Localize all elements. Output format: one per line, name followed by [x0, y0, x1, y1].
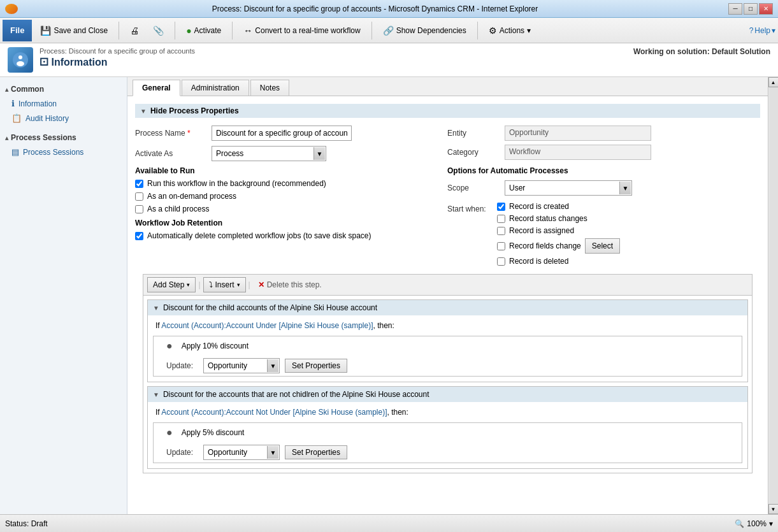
insert-button[interactable]: ⤵ Insert ▾	[203, 277, 246, 292]
print-button[interactable]: 🖨	[124, 20, 145, 41]
sidebar-section-process-sessions[interactable]: ▴ Process Sessions	[0, 131, 127, 145]
record-created-checkbox[interactable]	[497, 203, 505, 211]
page-title: ⚀ Information	[40, 56, 195, 68]
scroll-up-button[interactable]: ▲	[768, 77, 779, 87]
ribbon-separator-5	[477, 22, 478, 40]
tab-administration[interactable]: Administration	[182, 80, 249, 96]
process-name-input[interactable]	[212, 126, 352, 141]
save-button[interactable]: 💾 Save and Close	[34, 20, 113, 41]
activate-button[interactable]: ● Activate	[180, 20, 227, 41]
help-button[interactable]: ? Help ▾	[749, 26, 775, 35]
sidebar-item-information-label: Information	[18, 99, 57, 108]
information-icon: ℹ	[11, 99, 15, 108]
step-1-bullet-icon: ●	[166, 340, 173, 352]
save-icon: 💾	[40, 25, 51, 36]
tab-general[interactable]: General	[133, 80, 180, 96]
actions-icon: ⚙	[489, 25, 497, 36]
step-1-update-select[interactable]: Opportunity	[203, 358, 280, 373]
show-dependencies-button[interactable]: 🔗 Show Dependencies	[377, 20, 472, 41]
on-demand-checkbox[interactable]	[135, 192, 143, 201]
steps-toolbar: Add Step ▾ | ⤵ Insert ▾ | ✕	[143, 275, 752, 296]
save-and-close-label: Save and Close	[54, 26, 108, 35]
step-1-action-text: Apply 10% discount	[178, 339, 729, 353]
title-bar-buttons[interactable]: ─ □ ✕	[728, 3, 773, 15]
step-1-body: If Account (Account):Account Under [Alpi…	[148, 315, 747, 382]
delete-step-button[interactable]: ✕ Delete this step.	[253, 278, 327, 291]
add-step-button[interactable]: Add Step ▾	[147, 277, 196, 292]
minimize-button[interactable]: ─	[728, 3, 742, 15]
form-right-panel: Entity Opportunity Category Workflow Opt…	[447, 126, 760, 269]
section-header-process-properties[interactable]: ▼ Hide Process Properties	[135, 104, 760, 118]
tab-notes[interactable]: Notes	[250, 80, 289, 96]
show-deps-icon: 🔗	[383, 25, 394, 36]
record-deleted-checkbox[interactable]	[497, 257, 505, 266]
background-workflow-checkbox[interactable]	[135, 180, 143, 188]
convert-icon: ↔	[243, 25, 252, 36]
page-header: Process: Discount for a specific group o…	[0, 43, 778, 77]
process-sessions-arrow-icon: ▴	[5, 134, 8, 141]
actions-arrow-icon: ▾	[527, 26, 531, 35]
auto-delete-checkbox[interactable]	[135, 232, 143, 240]
step-2-condition: If Account (Account):Account Not Under […	[150, 405, 745, 420]
scope-select[interactable]: User	[505, 180, 632, 196]
step-2-set-properties-button[interactable]: Set Properties	[285, 445, 347, 459]
step-1-condition-link[interactable]: Account (Account):Account Under [Alpine …	[161, 321, 373, 330]
step-2-action-text: Apply 5% discount	[178, 426, 729, 440]
step-2-header: ▼ Discount for the accounts that are not…	[148, 387, 747, 402]
add-step-arrow-icon: ▾	[187, 282, 190, 288]
actions-button[interactable]: ⚙ Actions ▾	[483, 20, 537, 41]
title-bar-text: Process: Discount for a specific group o…	[22, 4, 728, 13]
help-label: Help	[754, 26, 770, 35]
record-assigned-checkbox[interactable]	[497, 227, 505, 235]
convert-button[interactable]: ↔ Convert to a real-time workflow	[238, 20, 366, 41]
restore-button[interactable]: □	[744, 3, 758, 15]
options-title: Options for Automatic Processes	[447, 166, 760, 175]
insert-label: Insert	[215, 280, 234, 289]
help-icon: ?	[749, 26, 754, 35]
record-fields-change-checkbox[interactable]	[497, 242, 505, 250]
background-workflow-label: Run this workflow in the background (rec…	[147, 179, 326, 188]
required-marker: *	[187, 129, 191, 138]
scope-row: Scope User ▼	[447, 180, 760, 196]
step-2-update-select[interactable]: Opportunity	[203, 445, 280, 460]
ribbon-separator-3	[232, 22, 233, 40]
record-assigned-label: Record is assigned	[509, 226, 574, 235]
record-deleted-label: Record is deleted	[509, 257, 568, 266]
insert-icon: ⤵	[209, 280, 213, 289]
step-1-set-properties-button[interactable]: Set Properties	[285, 359, 347, 373]
step-1-collapse-icon[interactable]: ▼	[153, 305, 159, 312]
close-button[interactable]: ✕	[759, 3, 773, 15]
activate-as-select[interactable]: Process	[212, 146, 326, 161]
record-status-changes-checkbox[interactable]	[497, 215, 505, 223]
select-button[interactable]: Select	[585, 238, 620, 254]
sidebar-item-process-sessions[interactable]: ▤ Process Sessions	[0, 145, 127, 159]
attach-button[interactable]: 📎	[147, 20, 169, 41]
sidebar-section-common[interactable]: ▴ Common	[0, 82, 127, 96]
file-button[interactable]: File	[3, 20, 32, 41]
common-arrow-icon: ▴	[5, 86, 8, 93]
process-sessions-icon: ▤	[11, 147, 19, 157]
common-label: Common	[11, 85, 44, 94]
step-1-header-text: Discount for the child accounts of the A…	[163, 303, 377, 312]
zoom-control[interactable]: 🔍 100% ▾	[735, 519, 773, 528]
right-scrollbar: ▲ ▼	[768, 77, 778, 514]
page-header-text: Process: Discount for a specific group o…	[40, 47, 195, 68]
step-2-condition-post: , then:	[387, 408, 408, 417]
breadcrumb: Process: Discount for a specific group o…	[40, 47, 195, 55]
step-1-condition: If Account (Account):Account Under [Alpi…	[150, 318, 745, 333]
scroll-down-button[interactable]: ▼	[768, 504, 779, 514]
scope-label: Scope	[447, 183, 505, 192]
start-when-fields-change: Record fields change Select	[497, 238, 620, 254]
form-left-panel: Process Name * Activate As Process	[135, 126, 422, 269]
step-2-condition-link[interactable]: Account (Account):Account Not Under [Alp…	[161, 408, 387, 417]
sidebar-item-audit-history[interactable]: 📋 Audit History	[0, 111, 127, 126]
attach-icon: 📎	[153, 25, 164, 36]
start-when-assigned: Record is assigned	[497, 226, 620, 235]
scroll-track[interactable]	[769, 87, 778, 504]
auto-delete-label: Automatically delete completed workflow …	[147, 231, 371, 240]
start-when-checkboxes: Record is created Record status changes	[497, 202, 620, 269]
step-2-collapse-icon[interactable]: ▼	[153, 391, 159, 398]
child-process-checkbox[interactable]	[135, 205, 143, 213]
tabs: General Administration Notes	[127, 77, 768, 96]
sidebar-item-information[interactable]: ℹ Information	[0, 96, 127, 111]
